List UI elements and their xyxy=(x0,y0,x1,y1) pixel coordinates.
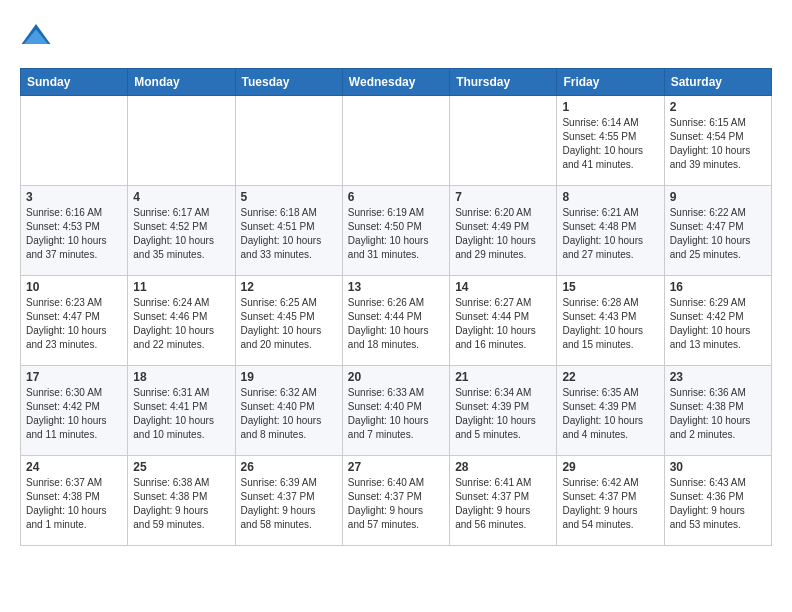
weekday-header-tuesday: Tuesday xyxy=(235,69,342,96)
calendar-cell: 3Sunrise: 6:16 AM Sunset: 4:53 PM Daylig… xyxy=(21,186,128,276)
day-info: Sunrise: 6:42 AM Sunset: 4:37 PM Dayligh… xyxy=(562,476,658,532)
day-number: 3 xyxy=(26,190,122,204)
day-number: 28 xyxy=(455,460,551,474)
day-number: 30 xyxy=(670,460,766,474)
calendar-cell xyxy=(342,96,449,186)
calendar-cell xyxy=(128,96,235,186)
day-number: 5 xyxy=(241,190,337,204)
calendar-cell: 20Sunrise: 6:33 AM Sunset: 4:40 PM Dayli… xyxy=(342,366,449,456)
day-number: 13 xyxy=(348,280,444,294)
day-info: Sunrise: 6:30 AM Sunset: 4:42 PM Dayligh… xyxy=(26,386,122,442)
calendar-cell: 17Sunrise: 6:30 AM Sunset: 4:42 PM Dayli… xyxy=(21,366,128,456)
day-number: 4 xyxy=(133,190,229,204)
week-row-3: 10Sunrise: 6:23 AM Sunset: 4:47 PM Dayli… xyxy=(21,276,772,366)
day-info: Sunrise: 6:17 AM Sunset: 4:52 PM Dayligh… xyxy=(133,206,229,262)
day-number: 18 xyxy=(133,370,229,384)
calendar-cell: 11Sunrise: 6:24 AM Sunset: 4:46 PM Dayli… xyxy=(128,276,235,366)
calendar-cell: 24Sunrise: 6:37 AM Sunset: 4:38 PM Dayli… xyxy=(21,456,128,546)
page: SundayMondayTuesdayWednesdayThursdayFrid… xyxy=(0,0,792,556)
day-info: Sunrise: 6:38 AM Sunset: 4:38 PM Dayligh… xyxy=(133,476,229,532)
day-info: Sunrise: 6:43 AM Sunset: 4:36 PM Dayligh… xyxy=(670,476,766,532)
weekday-header-wednesday: Wednesday xyxy=(342,69,449,96)
day-number: 20 xyxy=(348,370,444,384)
day-info: Sunrise: 6:40 AM Sunset: 4:37 PM Dayligh… xyxy=(348,476,444,532)
day-info: Sunrise: 6:26 AM Sunset: 4:44 PM Dayligh… xyxy=(348,296,444,352)
calendar-cell: 7Sunrise: 6:20 AM Sunset: 4:49 PM Daylig… xyxy=(450,186,557,276)
calendar-cell: 14Sunrise: 6:27 AM Sunset: 4:44 PM Dayli… xyxy=(450,276,557,366)
day-number: 14 xyxy=(455,280,551,294)
day-number: 26 xyxy=(241,460,337,474)
day-number: 9 xyxy=(670,190,766,204)
calendar-cell: 6Sunrise: 6:19 AM Sunset: 4:50 PM Daylig… xyxy=(342,186,449,276)
calendar-cell: 1Sunrise: 6:14 AM Sunset: 4:55 PM Daylig… xyxy=(557,96,664,186)
day-info: Sunrise: 6:20 AM Sunset: 4:49 PM Dayligh… xyxy=(455,206,551,262)
day-info: Sunrise: 6:16 AM Sunset: 4:53 PM Dayligh… xyxy=(26,206,122,262)
day-number: 2 xyxy=(670,100,766,114)
calendar-cell: 15Sunrise: 6:28 AM Sunset: 4:43 PM Dayli… xyxy=(557,276,664,366)
day-info: Sunrise: 6:25 AM Sunset: 4:45 PM Dayligh… xyxy=(241,296,337,352)
day-number: 16 xyxy=(670,280,766,294)
calendar-cell: 13Sunrise: 6:26 AM Sunset: 4:44 PM Dayli… xyxy=(342,276,449,366)
calendar-cell: 4Sunrise: 6:17 AM Sunset: 4:52 PM Daylig… xyxy=(128,186,235,276)
day-number: 11 xyxy=(133,280,229,294)
day-info: Sunrise: 6:14 AM Sunset: 4:55 PM Dayligh… xyxy=(562,116,658,172)
logo-icon xyxy=(20,20,52,52)
calendar-body: 1Sunrise: 6:14 AM Sunset: 4:55 PM Daylig… xyxy=(21,96,772,546)
calendar-cell: 30Sunrise: 6:43 AM Sunset: 4:36 PM Dayli… xyxy=(664,456,771,546)
day-info: Sunrise: 6:34 AM Sunset: 4:39 PM Dayligh… xyxy=(455,386,551,442)
calendar-cell: 29Sunrise: 6:42 AM Sunset: 4:37 PM Dayli… xyxy=(557,456,664,546)
day-info: Sunrise: 6:22 AM Sunset: 4:47 PM Dayligh… xyxy=(670,206,766,262)
day-info: Sunrise: 6:18 AM Sunset: 4:51 PM Dayligh… xyxy=(241,206,337,262)
day-number: 8 xyxy=(562,190,658,204)
day-number: 29 xyxy=(562,460,658,474)
day-number: 15 xyxy=(562,280,658,294)
weekday-header-friday: Friday xyxy=(557,69,664,96)
day-info: Sunrise: 6:35 AM Sunset: 4:39 PM Dayligh… xyxy=(562,386,658,442)
calendar-cell: 27Sunrise: 6:40 AM Sunset: 4:37 PM Dayli… xyxy=(342,456,449,546)
day-number: 24 xyxy=(26,460,122,474)
calendar-cell: 8Sunrise: 6:21 AM Sunset: 4:48 PM Daylig… xyxy=(557,186,664,276)
week-row-2: 3Sunrise: 6:16 AM Sunset: 4:53 PM Daylig… xyxy=(21,186,772,276)
day-info: Sunrise: 6:19 AM Sunset: 4:50 PM Dayligh… xyxy=(348,206,444,262)
week-row-5: 24Sunrise: 6:37 AM Sunset: 4:38 PM Dayli… xyxy=(21,456,772,546)
logo xyxy=(20,20,56,52)
calendar-cell: 12Sunrise: 6:25 AM Sunset: 4:45 PM Dayli… xyxy=(235,276,342,366)
calendar-cell: 2Sunrise: 6:15 AM Sunset: 4:54 PM Daylig… xyxy=(664,96,771,186)
calendar-cell xyxy=(450,96,557,186)
day-number: 25 xyxy=(133,460,229,474)
day-number: 22 xyxy=(562,370,658,384)
day-info: Sunrise: 6:23 AM Sunset: 4:47 PM Dayligh… xyxy=(26,296,122,352)
day-info: Sunrise: 6:31 AM Sunset: 4:41 PM Dayligh… xyxy=(133,386,229,442)
calendar-table: SundayMondayTuesdayWednesdayThursdayFrid… xyxy=(20,68,772,546)
calendar-cell: 18Sunrise: 6:31 AM Sunset: 4:41 PM Dayli… xyxy=(128,366,235,456)
day-number: 7 xyxy=(455,190,551,204)
weekday-header-sunday: Sunday xyxy=(21,69,128,96)
weekday-header-thursday: Thursday xyxy=(450,69,557,96)
day-info: Sunrise: 6:27 AM Sunset: 4:44 PM Dayligh… xyxy=(455,296,551,352)
day-number: 1 xyxy=(562,100,658,114)
header xyxy=(20,20,772,52)
calendar-cell: 25Sunrise: 6:38 AM Sunset: 4:38 PM Dayli… xyxy=(128,456,235,546)
calendar-cell: 22Sunrise: 6:35 AM Sunset: 4:39 PM Dayli… xyxy=(557,366,664,456)
calendar-cell: 23Sunrise: 6:36 AM Sunset: 4:38 PM Dayli… xyxy=(664,366,771,456)
weekday-header-saturday: Saturday xyxy=(664,69,771,96)
weekday-row: SundayMondayTuesdayWednesdayThursdayFrid… xyxy=(21,69,772,96)
calendar-cell: 26Sunrise: 6:39 AM Sunset: 4:37 PM Dayli… xyxy=(235,456,342,546)
day-number: 17 xyxy=(26,370,122,384)
day-number: 21 xyxy=(455,370,551,384)
calendar-cell: 10Sunrise: 6:23 AM Sunset: 4:47 PM Dayli… xyxy=(21,276,128,366)
day-number: 19 xyxy=(241,370,337,384)
day-number: 27 xyxy=(348,460,444,474)
calendar-cell: 5Sunrise: 6:18 AM Sunset: 4:51 PM Daylig… xyxy=(235,186,342,276)
calendar-cell: 19Sunrise: 6:32 AM Sunset: 4:40 PM Dayli… xyxy=(235,366,342,456)
day-info: Sunrise: 6:28 AM Sunset: 4:43 PM Dayligh… xyxy=(562,296,658,352)
day-info: Sunrise: 6:36 AM Sunset: 4:38 PM Dayligh… xyxy=(670,386,766,442)
day-info: Sunrise: 6:33 AM Sunset: 4:40 PM Dayligh… xyxy=(348,386,444,442)
week-row-4: 17Sunrise: 6:30 AM Sunset: 4:42 PM Dayli… xyxy=(21,366,772,456)
calendar-cell: 21Sunrise: 6:34 AM Sunset: 4:39 PM Dayli… xyxy=(450,366,557,456)
day-number: 10 xyxy=(26,280,122,294)
day-info: Sunrise: 6:15 AM Sunset: 4:54 PM Dayligh… xyxy=(670,116,766,172)
calendar-cell xyxy=(21,96,128,186)
day-info: Sunrise: 6:29 AM Sunset: 4:42 PM Dayligh… xyxy=(670,296,766,352)
calendar-cell xyxy=(235,96,342,186)
